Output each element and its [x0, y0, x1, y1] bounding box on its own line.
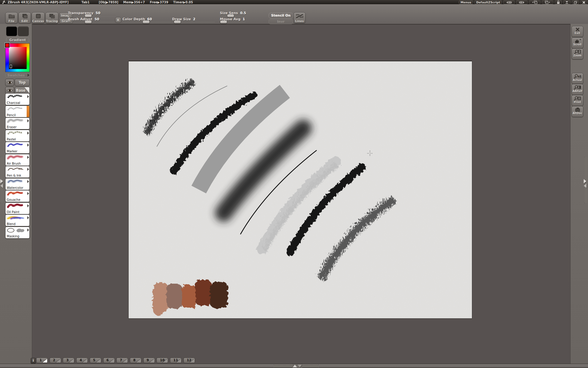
exit-button[interactable]: Exit	[571, 26, 583, 37]
brush-item-air-brush[interactable]: Air Brush	[5, 154, 30, 166]
left-panel: Gradient Swatches Top Base CharcoalPenci…	[0, 24, 32, 364]
brush-item-gouache[interactable]: Gouache	[5, 190, 30, 202]
brush-label: Watercolor	[7, 186, 23, 190]
color-picker[interactable]	[5, 43, 30, 72]
brush-preview-icon	[6, 106, 27, 112]
slider-thumb[interactable]	[142, 20, 150, 24]
brush-adjust-slider[interactable]: Brush Adjust50	[68, 17, 116, 25]
rapid-button[interactable]: R	[115, 17, 121, 23]
brush-preview-icon	[6, 167, 27, 173]
page-tab-label: 5	[93, 358, 96, 362]
draw-size-slider[interactable]: Draw Size2	[172, 17, 215, 25]
folder-icon	[8, 13, 15, 19]
brush-item-pen-ink[interactable]: Pen & Ink	[5, 166, 30, 178]
page-tab-7[interactable]: 7	[116, 358, 128, 363]
page-tab-9[interactable]: 9	[143, 358, 155, 363]
secondary-color-swatch[interactable]	[18, 26, 29, 36]
prev-document-button[interactable]	[529, 0, 541, 4]
slider-track[interactable]	[68, 15, 116, 16]
brush-label: Eraser	[7, 125, 17, 129]
brush-item-pencil[interactable]: Pencil	[5, 105, 30, 117]
page-tab-label: 6	[107, 358, 109, 362]
restore-button[interactable]	[572, 0, 579, 4]
tracing-icon	[48, 13, 56, 19]
brush-flyout-arrow-icon	[27, 156, 29, 159]
zscript-button[interactable]: DefaultZScript	[474, 0, 502, 4]
scroll-button[interactable]: Scroll	[571, 37, 583, 48]
lines-button[interactable]: Lines	[293, 12, 306, 23]
page-tab-4[interactable]: 4	[76, 358, 88, 363]
brush-flyout-arrow-icon	[27, 144, 29, 147]
page-tab-6[interactable]: 6	[103, 358, 115, 363]
info-tab-button[interactable]: i	[31, 358, 36, 364]
edit-button[interactable]: Edit	[18, 12, 31, 24]
tray-grip-horizontal[interactable]	[274, 365, 318, 367]
page-tab-11[interactable]: 11	[170, 358, 182, 363]
color-cursor[interactable]	[10, 65, 12, 68]
brush-item-masking[interactable]: Masking	[5, 227, 30, 239]
brush-item-marker[interactable]: Marker	[5, 142, 30, 154]
button-label: Exit	[572, 32, 583, 35]
page-tab-8[interactable]: 8	[130, 358, 141, 363]
zbrush-logo-icon	[1, 0, 6, 4]
minimize-button[interactable]	[563, 0, 571, 4]
page-tab-12[interactable]: 12	[183, 358, 195, 363]
edit-icon	[21, 13, 28, 19]
page-tab-label: 8	[133, 358, 136, 362]
brush-label: Oil Paint	[7, 210, 19, 214]
expand-right-icon	[0, 179, 3, 183]
slider-value: 50	[95, 17, 99, 21]
canvas-paper[interactable]	[129, 61, 472, 318]
page-tab-1[interactable]: 1	[36, 358, 48, 363]
left-divider-arrows[interactable]	[0, 179, 3, 188]
altdoc-button[interactable]: AltDoc	[571, 106, 583, 117]
brush-preview-icon	[6, 94, 27, 100]
brush-flyout-arrow-icon	[27, 168, 29, 171]
layer-top-button[interactable]: Top	[15, 79, 30, 86]
file-button[interactable]: File	[5, 12, 18, 24]
main-color-swatch[interactable]	[6, 26, 17, 36]
slider-thumb[interactable]	[220, 20, 227, 24]
tray-handle[interactable]	[292, 364, 303, 368]
lock-button[interactable]	[555, 0, 562, 4]
page-tab-10[interactable]: 10	[156, 358, 168, 363]
slider-track[interactable]	[68, 21, 116, 22]
menus-button[interactable]: Menus	[459, 0, 473, 4]
collapse-down-icon	[298, 365, 302, 367]
slider-thumb[interactable]	[174, 20, 181, 24]
brush-item-charcoal[interactable]: Charcoal	[5, 93, 30, 105]
gradient-button[interactable]: Gradient	[6, 37, 29, 43]
page-tab-label: 3	[66, 358, 69, 362]
page-tab-5[interactable]: 5	[90, 358, 101, 363]
canvas-button[interactable]: Canvas	[32, 12, 45, 24]
brush-item-eraser[interactable]: Eraser	[5, 117, 30, 129]
close-button[interactable]	[580, 0, 587, 4]
page-tab-3[interactable]: 3	[63, 358, 74, 363]
swatches-button[interactable]: Swatches	[5, 73, 29, 78]
aahalf-button[interactable]: AAHalf	[571, 84, 583, 95]
slider-label: Color Depth	[123, 17, 145, 21]
brush-item-watercolor[interactable]: Watercolor	[5, 178, 30, 190]
next-document-button[interactable]	[542, 0, 553, 4]
stencil-on-button[interactable]: Stencil On	[269, 13, 293, 18]
slider-thumb[interactable]	[85, 20, 92, 24]
brush-item-oil-paint[interactable]: Oil Paint	[5, 202, 30, 214]
scrub-left-button[interactable]	[503, 0, 515, 4]
canvas-icon	[35, 13, 42, 19]
color-depth-slider[interactable]: Color Depth60	[123, 17, 172, 25]
page-tab-2[interactable]: 2	[50, 358, 61, 363]
tracing-button[interactable]: Tracing	[45, 12, 58, 24]
top-layer-visibility-button[interactable]	[5, 79, 14, 86]
print-button[interactable]: Print	[571, 95, 583, 106]
brush-item-blend[interactable]: Blend	[5, 214, 30, 226]
invr-button[interactable]: Invr	[269, 19, 293, 24]
scrub-right-button[interactable]	[516, 0, 528, 4]
zoom-button[interactable]: Zoom	[571, 48, 583, 59]
right-divider-arrows[interactable]	[584, 179, 586, 188]
minimize-icon	[565, 1, 569, 4]
document-tab[interactable]: Tab1	[81, 1, 89, 4]
mouse-avg-slider[interactable]: Mouse Avg1	[220, 17, 246, 25]
actual-button[interactable]: x1Actual	[571, 73, 583, 84]
brush-item-pastel[interactable]: Pastel	[5, 130, 30, 142]
canvas-artwork[interactable]	[129, 61, 472, 318]
